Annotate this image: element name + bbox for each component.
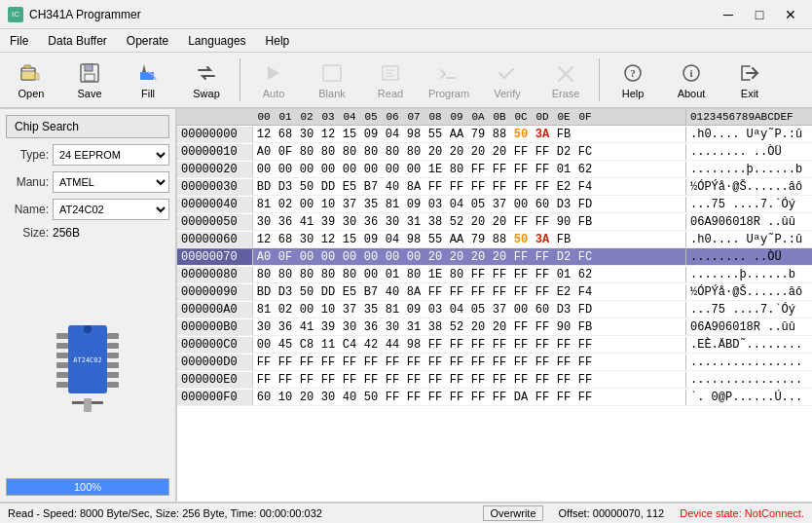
hex-byte-8-5[interactable]: 00 (360, 267, 382, 282)
hex-row-5[interactable]: 00000050303641393036303138522020FFFF90FB… (177, 213, 812, 231)
hex-byte-6-13[interactable]: 3A (532, 232, 553, 247)
hex-byte-4-3[interactable]: 10 (317, 197, 339, 212)
hex-byte-5-5[interactable]: 36 (360, 214, 382, 230)
hex-byte-12-12[interactable]: FF (510, 337, 532, 353)
hex-byte-9-12[interactable]: FF (510, 284, 532, 300)
hex-byte-13-8[interactable]: FF (424, 355, 446, 370)
hex-byte-8-9[interactable]: 80 (446, 267, 467, 282)
hex-byte-1-9[interactable]: 20 (446, 144, 467, 160)
menu-item-languages[interactable]: Languages (178, 29, 255, 52)
hex-byte-4-14[interactable]: D3 (553, 197, 574, 212)
hex-byte-2-0[interactable]: 00 (253, 162, 275, 177)
hex-byte-11-0[interactable]: 30 (253, 319, 275, 335)
hex-byte-14-8[interactable]: FF (424, 372, 446, 388)
hex-byte-1-15[interactable]: FC (574, 144, 596, 160)
hex-byte-15-7[interactable]: FF (403, 390, 424, 405)
hex-byte-10-7[interactable]: 09 (403, 302, 424, 318)
hex-byte-14-0[interactable]: FF (253, 372, 275, 388)
hex-byte-5-13[interactable]: FF (532, 214, 553, 230)
hex-byte-10-6[interactable]: 81 (382, 302, 403, 318)
hex-byte-13-5[interactable]: FF (360, 355, 382, 370)
hex-row-14[interactable]: 000000E0FFFFFFFFFFFFFFFFFFFFFFFFFFFFFFFF… (177, 371, 812, 389)
hex-byte-4-4[interactable]: 37 (339, 197, 360, 212)
hex-byte-11-6[interactable]: 30 (382, 319, 403, 335)
open-toolbar-button[interactable]: Open (4, 56, 58, 104)
hex-byte-11-11[interactable]: 20 (489, 319, 510, 335)
hex-byte-1-3[interactable]: 80 (317, 144, 339, 160)
hex-byte-13-14[interactable]: FF (553, 355, 574, 370)
hex-byte-10-8[interactable]: 03 (424, 302, 446, 318)
maximize-button[interactable]: □ (746, 4, 773, 25)
hex-byte-1-2[interactable]: 80 (296, 144, 317, 160)
hex-byte-0-6[interactable]: 04 (382, 127, 403, 142)
hex-byte-15-3[interactable]: 30 (317, 390, 339, 405)
chip-search-button[interactable]: Chip Search (6, 115, 169, 138)
hex-byte-12-5[interactable]: 42 (360, 337, 382, 353)
hex-byte-2-15[interactable]: 62 (574, 162, 596, 177)
hex-byte-1-13[interactable]: FF (532, 144, 553, 160)
hex-byte-1-8[interactable]: 20 (424, 144, 446, 160)
hex-byte-10-5[interactable]: 35 (360, 302, 382, 318)
hex-byte-12-1[interactable]: 45 (275, 337, 296, 353)
hex-byte-14-5[interactable]: FF (360, 372, 382, 388)
hex-byte-9-15[interactable]: F4 (574, 284, 596, 300)
hex-byte-3-2[interactable]: 50 (296, 179, 317, 195)
hex-byte-1-1[interactable]: 0F (275, 144, 296, 160)
hex-byte-15-1[interactable]: 10 (275, 390, 296, 405)
hex-byte-13-4[interactable]: FF (339, 355, 360, 370)
hex-byte-12-3[interactable]: 11 (317, 337, 339, 353)
hex-byte-6-2[interactable]: 30 (296, 232, 317, 247)
hex-byte-3-12[interactable]: FF (510, 179, 532, 195)
hex-byte-15-8[interactable]: FF (424, 390, 446, 405)
hex-byte-13-11[interactable]: FF (489, 355, 510, 370)
hex-byte-14-14[interactable]: FF (553, 372, 574, 388)
hex-row-0[interactable]: 00000000126830121509049855AA7988503AFB .… (177, 126, 812, 143)
hex-byte-9-14[interactable]: E2 (553, 284, 574, 300)
hex-byte-8-2[interactable]: 80 (296, 267, 317, 282)
hex-row-12[interactable]: 000000C00045C811C4424498FFFFFFFFFFFFFFFF… (177, 336, 812, 354)
hex-byte-2-8[interactable]: 1E (424, 162, 446, 177)
hex-byte-10-1[interactable]: 02 (275, 302, 296, 318)
hex-byte-3-7[interactable]: 8A (403, 179, 424, 195)
hex-byte-2-4[interactable]: 00 (339, 162, 360, 177)
hex-byte-7-5[interactable]: 00 (360, 249, 382, 265)
hex-byte-14-4[interactable]: FF (339, 372, 360, 388)
menu-item-file[interactable]: File (0, 29, 38, 52)
close-button[interactable]: ✕ (777, 4, 804, 25)
hex-byte-9-3[interactable]: DD (317, 284, 339, 300)
hex-byte-8-1[interactable]: 80 (275, 267, 296, 282)
hex-byte-4-12[interactable]: 00 (510, 197, 532, 212)
hex-byte-6-6[interactable]: 04 (382, 232, 403, 247)
hex-byte-13-9[interactable]: FF (446, 355, 467, 370)
hex-byte-2-3[interactable]: 00 (317, 162, 339, 177)
hex-byte-5-7[interactable]: 31 (403, 214, 424, 230)
hex-byte-11-10[interactable]: 20 (467, 319, 489, 335)
hex-byte-3-3[interactable]: DD (317, 179, 339, 195)
hex-editor[interactable]: 000102030405060708090A0B0C0D0E0F 0123456… (177, 109, 812, 502)
hex-byte-10-9[interactable]: 04 (446, 302, 467, 318)
hex-byte-15-4[interactable]: 40 (339, 390, 360, 405)
name-select[interactable]: AT24C02 (53, 199, 169, 220)
hex-byte-11-4[interactable]: 30 (339, 319, 360, 335)
hex-byte-2-11[interactable]: FF (489, 162, 510, 177)
hex-byte-10-10[interactable]: 05 (467, 302, 489, 318)
hex-byte-7-15[interactable]: FC (574, 249, 596, 265)
hex-byte-4-13[interactable]: 60 (532, 197, 553, 212)
hex-byte-2-13[interactable]: FF (532, 162, 553, 177)
hex-byte-0-0[interactable]: 12 (253, 127, 275, 142)
hex-byte-8-4[interactable]: 80 (339, 267, 360, 282)
hex-byte-3-6[interactable]: 40 (382, 179, 403, 195)
hex-byte-6-3[interactable]: 12 (317, 232, 339, 247)
hex-byte-2-5[interactable]: 00 (360, 162, 382, 177)
hex-byte-4-0[interactable]: 81 (253, 197, 275, 212)
hex-byte-7-6[interactable]: 00 (382, 249, 403, 265)
hex-byte-9-13[interactable]: FF (532, 284, 553, 300)
hex-byte-8-12[interactable]: FF (510, 267, 532, 282)
hex-byte-8-15[interactable]: 62 (574, 267, 596, 282)
hex-byte-8-10[interactable]: FF (467, 267, 489, 282)
hex-byte-9-1[interactable]: D3 (275, 284, 296, 300)
hex-byte-11-5[interactable]: 36 (360, 319, 382, 335)
hex-byte-14-10[interactable]: FF (467, 372, 489, 388)
hex-byte-14-12[interactable]: FF (510, 372, 532, 388)
hex-byte-10-4[interactable]: 37 (339, 302, 360, 318)
